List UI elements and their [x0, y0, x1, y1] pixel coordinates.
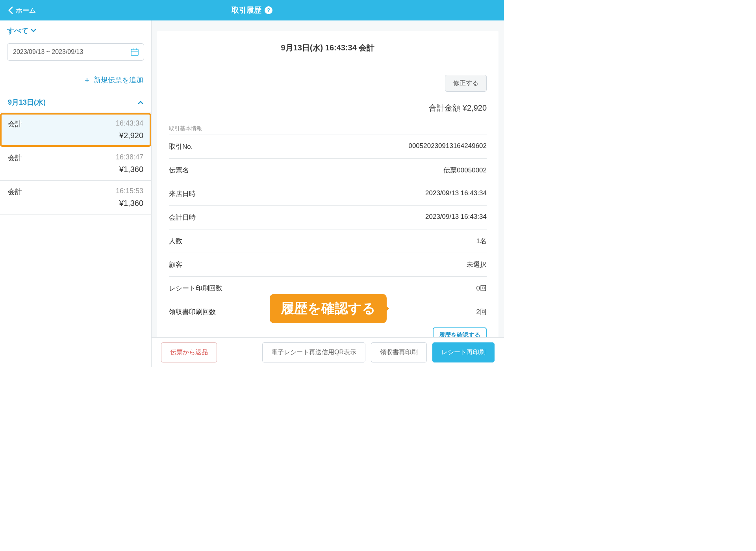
chevron-down-icon	[31, 29, 36, 33]
row-customer: 顧客未選択	[169, 253, 487, 276]
transaction-item[interactable]: 会計16:43:34¥2,920	[0, 113, 151, 147]
reprint-ryoshu-button[interactable]: 領収書再印刷	[371, 342, 427, 362]
app-header: ホーム 取引履歴 ?	[0, 0, 504, 20]
detail-title: 9月13日(水) 16:43:34 会計	[169, 31, 487, 57]
add-slip-button[interactable]: ＋新規伝票を追加	[0, 68, 151, 92]
tx-time: 16:43:34	[116, 119, 143, 129]
row-pay: 会計日時2023/09/13 16:43:34	[169, 205, 487, 229]
page-title: 取引履歴	[232, 5, 261, 15]
qr-resend-button[interactable]: 電子レシート再送信用QR表示	[262, 342, 365, 362]
date-range-input[interactable]	[7, 43, 144, 61]
reprint-receipt-button[interactable]: レシート再印刷	[432, 342, 495, 362]
tx-type: 会計	[8, 119, 22, 129]
row-guests: 人数1名	[169, 229, 487, 253]
tx-type: 会計	[8, 187, 22, 196]
add-slip-label: 新規伝票を追加	[94, 76, 143, 84]
callout-hint: 履歴を確認する	[270, 294, 387, 323]
row-visit: 来店日時2023/09/13 16:43:34	[169, 182, 487, 205]
tx-amount: ¥1,360	[8, 199, 143, 208]
footer-actions: 伝票から返品 電子レシート再送信用QR表示 領収書再印刷 レシート再印刷	[152, 337, 504, 367]
return-from-slip-button[interactable]: 伝票から返品	[161, 342, 217, 362]
chevron-left-icon	[8, 6, 13, 14]
chevron-up-icon	[138, 100, 143, 104]
plus-icon: ＋	[83, 76, 91, 84]
row-txno: 取引No.000520230913164249602	[169, 135, 487, 158]
help-icon[interactable]: ?	[265, 6, 272, 14]
calendar-icon[interactable]	[130, 47, 139, 57]
section-label: 取引基本情報	[169, 125, 487, 132]
detail-panel: 9月13日(水) 16:43:34 会計 修正する 合計金額 ¥2,920 取引…	[152, 20, 504, 367]
confirm-history-button[interactable]: 履歴を確認する	[433, 327, 487, 337]
modify-button[interactable]: 修正する	[445, 75, 487, 92]
tx-type: 会計	[8, 153, 22, 163]
tx-amount: ¥2,920	[8, 131, 143, 140]
tx-time: 16:38:47	[116, 153, 143, 163]
back-label: ホーム	[16, 6, 36, 15]
row-slip: 伝票名伝票00050002	[169, 158, 487, 182]
divider	[169, 66, 487, 66]
total-amount: 合計金額 ¥2,920	[169, 103, 487, 113]
svg-rect-0	[131, 49, 138, 55]
back-button[interactable]: ホーム	[0, 6, 44, 15]
date-section-header[interactable]: 9月13日(水)	[0, 92, 151, 113]
tx-amount: ¥1,360	[8, 165, 143, 174]
date-section-label: 9月13日(水)	[8, 98, 46, 107]
filter-all-dropdown[interactable]: すべて	[7, 26, 36, 35]
tx-time: 16:15:53	[116, 187, 143, 196]
transaction-item[interactable]: 会計16:38:47¥1,360	[0, 147, 151, 181]
sidebar: すべて ＋新規伝票を追加 9月13日(水) 会計16:43:34¥2,920会計…	[0, 20, 152, 367]
transaction-item[interactable]: 会計16:15:53¥1,360	[0, 181, 151, 214]
filter-all-label: すべて	[7, 26, 28, 35]
